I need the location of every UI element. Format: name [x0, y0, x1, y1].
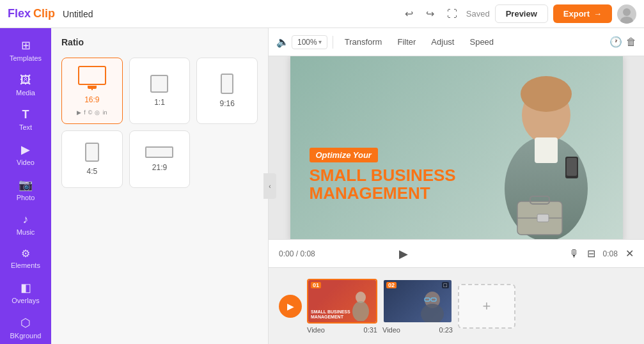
- sidebar-item-elements[interactable]: ⚙ Elements: [3, 242, 48, 274]
- playback-bar: 0:00 / 0:08 ▶ 🎙 ⊟ 0:08 ✕: [269, 239, 644, 267]
- right-area: 🔈 100% ▾ Transform Filter Adjust Speed 🕐…: [269, 28, 644, 344]
- undo-button[interactable]: ↩: [401, 5, 417, 22]
- speed-button[interactable]: Speed: [463, 34, 500, 50]
- redo-button[interactable]: ↪: [422, 5, 438, 22]
- media-icon: 🖼: [20, 74, 31, 87]
- ratio-card-21-9[interactable]: 21:9: [129, 130, 191, 188]
- bkground-icon: ⬡: [20, 316, 31, 330]
- sidebar-item-photo[interactable]: 📷 Photo: [3, 173, 48, 207]
- ratio-sub-fb: f: [84, 109, 86, 116]
- ratio-card-4-5[interactable]: 4:5: [61, 130, 123, 188]
- sidebar-item-templates[interactable]: ⊞ Templates: [3, 33, 48, 67]
- panel-header: Ratio: [51, 28, 268, 52]
- person-image: [482, 56, 610, 239]
- svg-point-0: [623, 8, 631, 16]
- svg-rect-5: [535, 137, 558, 163]
- ratio-label-4-5: 4:5: [86, 167, 97, 176]
- music-icon: ♪: [23, 213, 29, 226]
- ratio-card-9-16[interactable]: 9:16: [196, 58, 258, 124]
- ratio-sub-yt: ▶: [77, 109, 81, 116]
- clip-thumb-1: 01 SMALL BUSINESSMANAGEMENT: [307, 279, 377, 324]
- end-time-label: 0:08: [603, 249, 618, 258]
- preview-button[interactable]: Preview: [495, 4, 548, 23]
- left-panel: Ratio 16:9 ▶ f © ◎: [51, 28, 269, 344]
- mic-icon[interactable]: 🎙: [569, 248, 579, 260]
- sidebar-label-bkground: BKground: [10, 332, 42, 340]
- export-arrow: →: [593, 9, 602, 19]
- svg-point-1: [620, 17, 633, 24]
- clip-num-2: 02: [386, 282, 397, 288]
- sidebar: ⊞ Templates 🖼 Media T Text ▶ Video 📷 Pho…: [0, 28, 51, 344]
- ratio-label-21-9: 21:9: [152, 163, 167, 172]
- volume-icon[interactable]: 🔈: [276, 36, 289, 48]
- playback-right-controls: 🎙 ⊟ 0:08 ✕: [569, 247, 634, 260]
- clip-person-2-icon: [413, 287, 452, 322]
- ratio-sub-snap: ◎: [95, 109, 100, 116]
- fullscreen-button[interactable]: ⛶: [443, 6, 461, 22]
- toolbar-right: 🕐 🗑: [609, 36, 636, 48]
- clip-num-1: 01: [311, 282, 321, 288]
- main-content: ⊞ Templates 🖼 Media T Text ▶ Video 📷 Pho…: [0, 28, 644, 344]
- ratio-card-1-1[interactable]: 1:1: [129, 58, 191, 124]
- timeline-clip-1[interactable]: 01 SMALL BUSINESSMANAGEMENT Video 0:31: [307, 279, 377, 334]
- ratio-sublabels-16-9: ▶ f © ◎ in: [77, 109, 107, 116]
- sidebar-item-video[interactable]: ▶ Video: [3, 137, 48, 171]
- svg-point-4: [521, 76, 572, 112]
- sidebar-item-music[interactable]: ♪ Music: [3, 208, 48, 241]
- add-clip-icon: +: [483, 298, 491, 315]
- topbar: FlexClip Untitled ↩ ↪ ⛶ Saved Preview Ex…: [0, 0, 644, 28]
- saved-status: Saved: [466, 9, 490, 19]
- toolbar-divider-1: [333, 36, 333, 49]
- svg-rect-11: [537, 214, 549, 222]
- filter-button[interactable]: Filter: [391, 34, 422, 50]
- ratio-icon-16-9: [78, 66, 106, 90]
- overlays-icon: ◧: [20, 281, 31, 295]
- clip-duration-2: 0:23: [439, 326, 453, 334]
- timeline-clip-2[interactable]: 02 □ Video 0:23: [382, 279, 453, 334]
- canvas-text-overlay: Optimize Your SMALL BUSINESS MANAGEMENT: [310, 148, 456, 203]
- ratio-icon-21-9: [145, 146, 173, 158]
- timeline-play-button[interactable]: ▶: [279, 295, 302, 318]
- collapse-panel-button[interactable]: ‹: [263, 173, 276, 199]
- add-clip-button[interactable]: +: [458, 284, 515, 329]
- clip-inner-1: 01 SMALL BUSINESSMANAGEMENT: [308, 280, 376, 322]
- svg-point-15: [421, 304, 444, 322]
- sidebar-item-overlays[interactable]: ◧ Overlays: [3, 276, 48, 309]
- clip-thumb-2: 02 □: [382, 279, 453, 324]
- clip-label-1: Video 0:31: [307, 326, 377, 334]
- app-logo[interactable]: FlexClip: [8, 7, 55, 20]
- sidebar-label-overlays: Overlays: [12, 297, 39, 304]
- photo-icon: 📷: [19, 178, 33, 192]
- canvas-area: Optimize Your SMALL BUSINESS MANAGEMENT: [269, 56, 644, 239]
- aspect-ratio-icon[interactable]: ⊟: [587, 247, 595, 260]
- sidebar-label-media: Media: [16, 89, 35, 97]
- ratio-grid: 16:9 ▶ f © ◎ in 1:1: [51, 52, 268, 193]
- optimize-badge: Optimize Your: [310, 148, 378, 162]
- zoom-control[interactable]: 100% ▾: [292, 35, 327, 49]
- sidebar-item-media[interactable]: 🖼 Media: [3, 68, 48, 102]
- sidebar-item-text[interactable]: T Text: [3, 103, 48, 136]
- ratio-icon-9-16: [221, 74, 233, 94]
- user-avatar[interactable]: [617, 4, 636, 24]
- export-label: Export: [563, 9, 590, 19]
- sidebar-item-bkground[interactable]: ⬡ BKground: [3, 311, 48, 344]
- play-button[interactable]: ▶: [399, 247, 408, 261]
- ratio-label-1-1: 1:1: [154, 98, 165, 107]
- close-fullscreen-icon[interactable]: ✕: [625, 247, 634, 260]
- ratio-sub-copy: ©: [88, 109, 93, 116]
- sidebar-label-text: Text: [19, 123, 32, 131]
- transform-button[interactable]: Transform: [338, 34, 389, 50]
- portrait-45-shape: [85, 143, 99, 162]
- sidebar-label-music: Music: [17, 228, 35, 236]
- ratio-card-16-9[interactable]: 16:9 ▶ f © ◎ in: [61, 58, 123, 124]
- export-button[interactable]: Export →: [553, 4, 612, 23]
- logo-clip: Clip: [33, 7, 55, 20]
- sidebar-label-video: Video: [17, 159, 35, 166]
- clip-duration-1: 0:31: [364, 326, 377, 334]
- sidebar-label-templates: Templates: [10, 54, 42, 62]
- document-title[interactable]: Untitled: [63, 9, 393, 19]
- history-icon[interactable]: 🕐: [609, 36, 622, 48]
- timeline: ▶ 01 SMALL BUSINESSMANAGEMENT: [269, 267, 644, 344]
- delete-icon[interactable]: 🗑: [626, 36, 636, 48]
- adjust-button[interactable]: Adjust: [425, 34, 460, 50]
